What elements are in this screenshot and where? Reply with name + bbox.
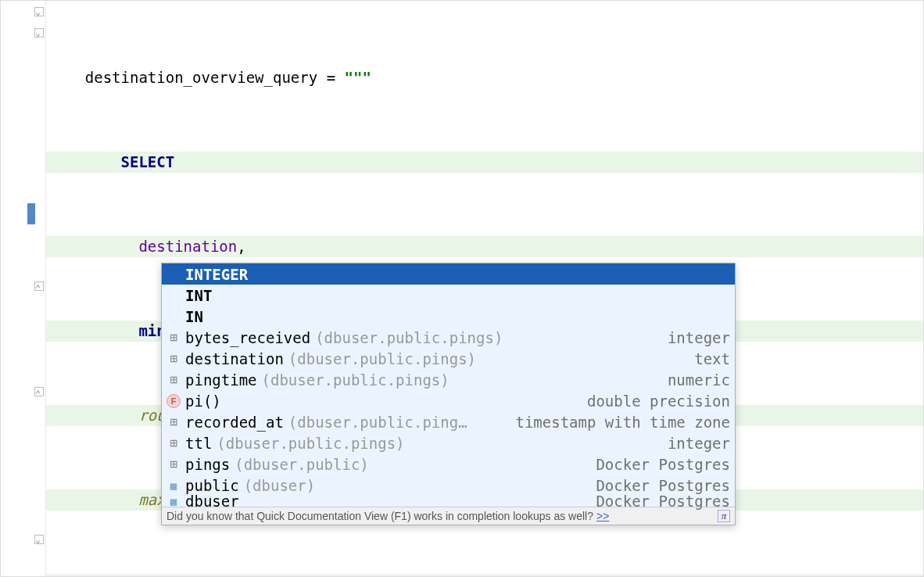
- autocomplete-label: public: [185, 477, 239, 494]
- blank-icon: [167, 288, 181, 303]
- table-icon: ⊞: [167, 352, 181, 366]
- autocomplete-type: integer: [668, 329, 730, 346]
- gutter: [1, 1, 46, 576]
- autocomplete-label: pings: [185, 456, 230, 473]
- autocomplete-item[interactable]: Fpi()double precision: [162, 390, 735, 411]
- autocomplete-item[interactable]: ⊞ttl (dbuser.public.pings)integer: [162, 432, 735, 453]
- fold-marker[interactable]: [34, 281, 45, 292]
- autocomplete-label: recorded_at: [185, 414, 284, 431]
- autocomplete-label: dbuser: [185, 493, 239, 510]
- autocomplete-label: pi(): [185, 392, 221, 410]
- autocomplete-item[interactable]: ⊞pingtime (dbuser.public.pings)numeric: [162, 369, 735, 390]
- caret-indicator: [27, 203, 35, 224]
- autocomplete-list: INTEGERINTIN⊞bytes_received (dbuser.publ…: [162, 263, 735, 507]
- autocomplete-item[interactable]: INT: [162, 285, 735, 306]
- autocomplete-hint: (dbuser.public.pings): [217, 435, 404, 452]
- autocomplete-hint: (dbuser): [244, 477, 316, 494]
- schema-icon: ▦: [167, 478, 181, 493]
- autocomplete-label: pingtime: [185, 371, 257, 389]
- autocomplete-item[interactable]: ⊞pings (dbuser.public)Docker Postgres: [162, 453, 735, 475]
- blank-icon: [167, 267, 181, 281]
- schema-icon: ▦: [167, 494, 181, 508]
- autocomplete-hint: (dbuser.public.ping…: [288, 414, 467, 431]
- autocomplete-label: bytes_received: [185, 329, 310, 346]
- autocomplete-type: Docker Postgres: [596, 493, 730, 510]
- table-icon: ⊞: [167, 373, 181, 387]
- autocomplete-item[interactable]: ▦dbuserDocker Postgres: [162, 496, 735, 507]
- fold-marker[interactable]: [34, 28, 45, 39]
- autocomplete-label: INTEGER: [185, 266, 248, 283]
- fold-marker[interactable]: [34, 535, 45, 546]
- autocomplete-type: numeric: [668, 371, 730, 389]
- autocomplete-type: Docker Postgres: [596, 477, 730, 494]
- table-icon: ⊞: [167, 457, 181, 471]
- autocomplete-type: text: [694, 350, 730, 367]
- code-line: destination_overview_query = """: [46, 67, 923, 88]
- footer-hint-text: Did you know that Quick Documentation Vi…: [167, 510, 593, 522]
- autocomplete-item[interactable]: ⊞bytes_received (dbuser.public.pings)int…: [162, 327, 735, 348]
- autocomplete-popup[interactable]: INTEGERINTIN⊞bytes_received (dbuser.publ…: [161, 263, 736, 525]
- footer-link[interactable]: >>: [596, 510, 609, 522]
- autocomplete-type: double precision: [587, 392, 730, 410]
- autocomplete-item[interactable]: ⊞recorded_at (dbuser.public.ping…timesta…: [162, 411, 735, 432]
- code-line: SELECT: [46, 152, 923, 173]
- autocomplete-label: destination: [185, 350, 284, 367]
- fold-marker[interactable]: [34, 7, 45, 18]
- fold-marker[interactable]: [34, 387, 45, 398]
- table-icon: ⊞: [167, 436, 181, 450]
- autocomplete-hint: (dbuser.public.pings): [315, 329, 503, 346]
- autocomplete-item[interactable]: IN: [162, 306, 735, 327]
- autocomplete-label: IN: [185, 308, 203, 325]
- table-icon: ⊞: [167, 331, 181, 345]
- autocomplete-label: ttl: [185, 435, 212, 452]
- function-icon: F: [167, 394, 181, 408]
- table-icon: ⊞: [167, 415, 181, 429]
- autocomplete-item[interactable]: INTEGER: [162, 263, 735, 285]
- code-line: FROM: [46, 574, 923, 577]
- blank-icon: [167, 310, 181, 324]
- autocomplete-hint: (dbuser.public.pings): [288, 350, 476, 367]
- autocomplete-item[interactable]: ⊞destination (dbuser.public.pings)text: [162, 348, 735, 369]
- autocomplete-type: integer: [668, 435, 730, 452]
- autocomplete-label: INT: [185, 287, 212, 304]
- autocomplete-type: timestamp with time zone: [515, 414, 730, 431]
- pi-icon[interactable]: π: [718, 510, 730, 522]
- autocomplete-type: Docker Postgres: [596, 456, 730, 473]
- code-line: destination,: [46, 236, 923, 257]
- autocomplete-hint: (dbuser.public): [235, 456, 369, 473]
- autocomplete-hint: (dbuser.public.pings): [262, 371, 449, 389]
